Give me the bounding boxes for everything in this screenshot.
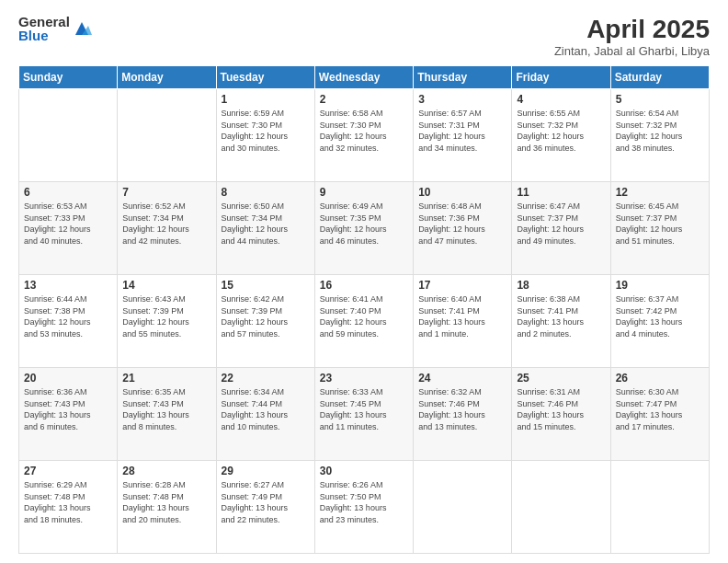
day-number: 27	[24, 465, 112, 477]
calendar-cell: 13Sunrise: 6:44 AM Sunset: 7:38 PM Dayli…	[19, 275, 118, 368]
calendar-cell: 22Sunrise: 6:34 AM Sunset: 7:44 PM Dayli…	[216, 368, 314, 461]
day-number: 24	[418, 372, 506, 385]
day-number: 29	[222, 465, 310, 477]
calendar-cell: 2Sunrise: 6:58 AM Sunset: 7:30 PM Daylig…	[314, 89, 413, 182]
calendar-cell: 16Sunrise: 6:41 AM Sunset: 7:40 PM Dayli…	[314, 275, 413, 368]
calendar-cell: 4Sunrise: 6:55 AM Sunset: 7:32 PM Daylig…	[512, 89, 610, 182]
day-detail: Sunrise: 6:31 AM Sunset: 7:46 PM Dayligh…	[517, 387, 584, 431]
day-number: 8	[222, 186, 310, 199]
calendar-cell: 12Sunrise: 6:45 AM Sunset: 7:37 PM Dayli…	[610, 182, 709, 275]
calendar-cell: 21Sunrise: 6:35 AM Sunset: 7:43 PM Dayli…	[118, 368, 216, 461]
day-detail: Sunrise: 6:28 AM Sunset: 7:48 PM Dayligh…	[122, 480, 189, 524]
calendar-cell: 17Sunrise: 6:40 AM Sunset: 7:41 PM Dayli…	[414, 275, 512, 368]
weekday-header: Wednesday	[314, 66, 413, 89]
calendar-cell: 24Sunrise: 6:32 AM Sunset: 7:46 PM Dayli…	[414, 368, 512, 461]
weekday-header: Friday	[512, 66, 610, 89]
day-detail: Sunrise: 6:43 AM Sunset: 7:39 PM Dayligh…	[122, 294, 189, 339]
day-detail: Sunrise: 6:53 AM Sunset: 7:33 PM Dayligh…	[24, 201, 91, 246]
calendar-cell	[19, 89, 118, 182]
day-number: 18	[517, 279, 605, 292]
day-number: 12	[616, 186, 704, 199]
day-number: 19	[616, 279, 704, 292]
day-detail: Sunrise: 6:44 AM Sunset: 7:38 PM Dayligh…	[24, 294, 91, 339]
page-header: General Blue April 2025 Zintan, Jabal al…	[18, 15, 710, 58]
day-detail: Sunrise: 6:45 AM Sunset: 7:37 PM Dayligh…	[616, 201, 683, 246]
calendar-week-row: 1Sunrise: 6:59 AM Sunset: 7:30 PM Daylig…	[19, 89, 710, 182]
day-detail: Sunrise: 6:26 AM Sunset: 7:50 PM Dayligh…	[320, 480, 387, 524]
weekday-header: Thursday	[414, 66, 512, 89]
calendar-cell: 14Sunrise: 6:43 AM Sunset: 7:39 PM Dayli…	[118, 275, 216, 368]
day-number: 22	[222, 372, 310, 385]
day-detail: Sunrise: 6:48 AM Sunset: 7:36 PM Dayligh…	[418, 201, 485, 246]
weekday-header: Tuesday	[216, 66, 314, 89]
day-detail: Sunrise: 6:41 AM Sunset: 7:40 PM Dayligh…	[320, 294, 387, 339]
calendar-cell: 23Sunrise: 6:33 AM Sunset: 7:45 PM Dayli…	[314, 368, 413, 461]
calendar-week-row: 20Sunrise: 6:36 AM Sunset: 7:43 PM Dayli…	[19, 368, 710, 461]
day-number: 14	[122, 279, 210, 292]
calendar-cell: 28Sunrise: 6:28 AM Sunset: 7:48 PM Dayli…	[118, 461, 216, 554]
logo-icon	[72, 18, 92, 39]
day-number: 2	[320, 93, 408, 106]
calendar-cell: 11Sunrise: 6:47 AM Sunset: 7:37 PM Dayli…	[512, 182, 610, 275]
day-detail: Sunrise: 6:36 AM Sunset: 7:43 PM Dayligh…	[24, 387, 91, 431]
calendar-cell: 7Sunrise: 6:52 AM Sunset: 7:34 PM Daylig…	[118, 182, 216, 275]
day-detail: Sunrise: 6:32 AM Sunset: 7:46 PM Dayligh…	[418, 387, 485, 431]
calendar-cell: 27Sunrise: 6:29 AM Sunset: 7:48 PM Dayli…	[19, 461, 118, 554]
calendar-week-row: 6Sunrise: 6:53 AM Sunset: 7:33 PM Daylig…	[19, 182, 710, 275]
day-number: 17	[418, 279, 506, 292]
calendar-cell	[512, 461, 610, 554]
day-number: 25	[517, 372, 605, 385]
calendar-cell: 3Sunrise: 6:57 AM Sunset: 7:31 PM Daylig…	[414, 89, 512, 182]
calendar-title: April 2025	[554, 15, 710, 44]
calendar-cell: 20Sunrise: 6:36 AM Sunset: 7:43 PM Dayli…	[19, 368, 118, 461]
day-number: 4	[517, 93, 605, 106]
calendar-cell: 8Sunrise: 6:50 AM Sunset: 7:34 PM Daylig…	[216, 182, 314, 275]
day-number: 13	[24, 279, 112, 292]
day-number: 20	[24, 372, 112, 385]
day-detail: Sunrise: 6:35 AM Sunset: 7:43 PM Dayligh…	[122, 387, 189, 431]
day-number: 28	[122, 465, 210, 477]
day-number: 10	[418, 186, 506, 199]
day-number: 21	[122, 372, 210, 385]
calendar-cell	[610, 461, 709, 554]
calendar-cell: 19Sunrise: 6:37 AM Sunset: 7:42 PM Dayli…	[610, 275, 709, 368]
calendar-cell: 26Sunrise: 6:30 AM Sunset: 7:47 PM Dayli…	[610, 368, 709, 461]
calendar-cell: 5Sunrise: 6:54 AM Sunset: 7:32 PM Daylig…	[610, 89, 709, 182]
logo: General Blue	[18, 15, 92, 42]
day-detail: Sunrise: 6:34 AM Sunset: 7:44 PM Dayligh…	[222, 387, 289, 431]
day-detail: Sunrise: 6:54 AM Sunset: 7:32 PM Dayligh…	[616, 109, 683, 153]
calendar-cell	[118, 89, 216, 182]
weekday-header: Sunday	[19, 66, 118, 89]
day-number: 23	[320, 372, 408, 385]
day-number: 7	[122, 186, 210, 199]
calendar-subtitle: Zintan, Jabal al Gharbi, Libya	[554, 44, 710, 58]
day-number: 5	[616, 93, 704, 106]
day-detail: Sunrise: 6:55 AM Sunset: 7:32 PM Dayligh…	[517, 109, 584, 153]
day-detail: Sunrise: 6:37 AM Sunset: 7:42 PM Dayligh…	[616, 294, 683, 339]
calendar-cell: 10Sunrise: 6:48 AM Sunset: 7:36 PM Dayli…	[414, 182, 512, 275]
title-block: April 2025 Zintan, Jabal al Gharbi, Liby…	[554, 15, 710, 58]
calendar-week-row: 27Sunrise: 6:29 AM Sunset: 7:48 PM Dayli…	[19, 461, 710, 554]
day-number: 16	[320, 279, 408, 292]
day-detail: Sunrise: 6:42 AM Sunset: 7:39 PM Dayligh…	[222, 294, 289, 339]
calendar-cell: 18Sunrise: 6:38 AM Sunset: 7:41 PM Dayli…	[512, 275, 610, 368]
day-number: 26	[616, 372, 704, 385]
day-detail: Sunrise: 6:29 AM Sunset: 7:48 PM Dayligh…	[24, 480, 91, 524]
day-number: 3	[418, 93, 506, 106]
day-detail: Sunrise: 6:33 AM Sunset: 7:45 PM Dayligh…	[320, 387, 387, 431]
calendar-table: SundayMondayTuesdayWednesdayThursdayFrid…	[18, 65, 710, 554]
day-detail: Sunrise: 6:50 AM Sunset: 7:34 PM Dayligh…	[222, 201, 289, 246]
calendar-week-row: 13Sunrise: 6:44 AM Sunset: 7:38 PM Dayli…	[19, 275, 710, 368]
calendar-cell: 9Sunrise: 6:49 AM Sunset: 7:35 PM Daylig…	[314, 182, 413, 275]
calendar-cell: 1Sunrise: 6:59 AM Sunset: 7:30 PM Daylig…	[216, 89, 314, 182]
day-detail: Sunrise: 6:58 AM Sunset: 7:30 PM Dayligh…	[320, 109, 387, 153]
calendar-cell: 15Sunrise: 6:42 AM Sunset: 7:39 PM Dayli…	[216, 275, 314, 368]
day-detail: Sunrise: 6:38 AM Sunset: 7:41 PM Dayligh…	[517, 294, 584, 339]
day-detail: Sunrise: 6:52 AM Sunset: 7:34 PM Dayligh…	[122, 201, 189, 246]
day-detail: Sunrise: 6:49 AM Sunset: 7:35 PM Dayligh…	[320, 201, 387, 246]
day-number: 9	[320, 186, 408, 199]
logo-blue: Blue	[18, 29, 70, 42]
weekday-header-row: SundayMondayTuesdayWednesdayThursdayFrid…	[19, 66, 710, 89]
calendar-cell: 6Sunrise: 6:53 AM Sunset: 7:33 PM Daylig…	[19, 182, 118, 275]
calendar-cell	[414, 461, 512, 554]
